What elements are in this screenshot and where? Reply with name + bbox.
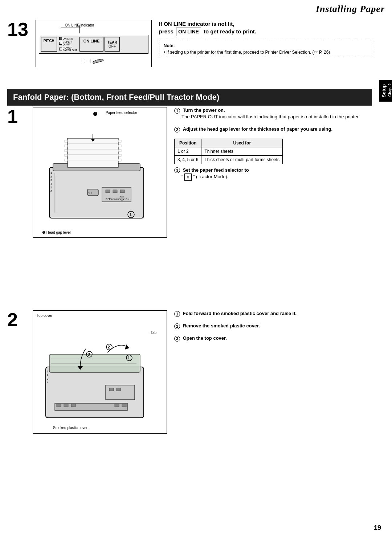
- off-label: OFF: [109, 44, 116, 48]
- svg-text:ON: ON: [126, 198, 130, 200]
- svg-rect-13: [118, 145, 121, 147]
- s2-step3-bold: Open the top cover.: [183, 335, 227, 341]
- note-bullet-text: If setting up the printer for the first …: [166, 50, 330, 55]
- step-2-number: 2: [7, 310, 25, 434]
- svg-text:3: 3: [88, 352, 90, 356]
- svg-rect-62: [115, 404, 119, 407]
- svg-text:3: 3: [50, 179, 52, 182]
- lever-shape: [92, 58, 103, 64]
- page-title: Installing Paper: [316, 4, 385, 15]
- svg-text:2: 2: [47, 373, 49, 377]
- power-led: [59, 48, 62, 50]
- paper-feed-label: Paper feed selector: [106, 110, 137, 115]
- svg-rect-63: [122, 404, 126, 407]
- svg-rect-10: [65, 154, 68, 156]
- s2-num-3: 3: [174, 336, 180, 342]
- top-cover-label: Top cover: [37, 314, 52, 318]
- power-label: POWERPAPER OUT: [63, 46, 77, 52]
- s2-instruction-item-2: 2 Remove the smoked plastic cover.: [174, 323, 372, 329]
- step1-bold: Turn the power on.: [183, 107, 225, 113]
- table-row: 3, 4, 5 or 6 Thick sheets or multi-part …: [175, 155, 283, 164]
- table-cell-pos1: 1 or 2: [175, 147, 201, 155]
- svg-text:c  1: c 1: [89, 191, 92, 194]
- svg-rect-16: [118, 159, 121, 161]
- num-3: 3: [174, 167, 180, 173]
- svg-text:2: 2: [108, 345, 110, 349]
- s2-step2-bold: Remove the smoked plastic cover.: [183, 323, 260, 328]
- paper-feed-label-text: Paper feed selector: [106, 111, 137, 115]
- svg-rect-21: [113, 190, 117, 193]
- svg-rect-22: [120, 190, 124, 193]
- circle-2-bottom: ❷: [42, 230, 45, 234]
- section-1: 1 Paper feed selector ❸: [7, 107, 372, 238]
- svg-text:2: 2: [50, 175, 52, 178]
- super-quiet-label: SUPERQUIET: [63, 41, 72, 46]
- svg-text:1: 1: [47, 370, 49, 373]
- svg-rect-8: [65, 145, 68, 147]
- section-13-diagram: ON LINE indicator PITCH ON LINE SUPERQUI…: [36, 20, 152, 67]
- step-1-number: 1: [7, 107, 25, 238]
- tractor-mode-icon: ⊞: [184, 173, 192, 181]
- chapter-number: Chap. 2: [388, 83, 392, 97]
- svg-text:OFF: OFF: [106, 198, 111, 200]
- num-1: 1: [174, 108, 180, 114]
- section-13-instructions: If ON LINE indicator is not lit, press O…: [159, 20, 372, 67]
- svg-text:3: 3: [47, 377, 49, 380]
- table-cell-use2: Thick sheets or multi-part forms sheets: [201, 155, 283, 164]
- svg-text:1: 1: [130, 213, 132, 217]
- s2-step1-bold: Fold forward the smoked plastic cover an…: [183, 311, 297, 316]
- instruction-item-3: 3 Set the paper feed selector to " ⊞ " (…: [174, 167, 372, 181]
- section-2-instructions: 1 Fold forward the smoked plastic cover …: [174, 310, 372, 434]
- online-key-label: ON LINE: [176, 28, 201, 36]
- instruction-item-1: 1 Turn the power on. The PAPER OUT indic…: [174, 107, 372, 120]
- svg-rect-60: [64, 404, 68, 407]
- svg-text:5: 5: [50, 186, 52, 189]
- step3-bold: Set the paper feed selector to: [183, 167, 249, 173]
- table-cell-pos2: 3, 4, 5 or 6: [175, 155, 201, 164]
- section-1-instructions: 1 Turn the power on. The PAPER OUT indic…: [174, 107, 372, 238]
- printer-svg: OFF ON POWER c 1 1 2 3 4 5 6 1: [35, 117, 155, 233]
- step-13-number: 13: [7, 20, 28, 67]
- instr-line2: press: [159, 28, 173, 34]
- svg-rect-20: [106, 190, 110, 193]
- instruction-item-2: 2 Adjust the head gap lever for the thic…: [174, 126, 372, 132]
- section-2: 2 Top cover Tab Smoked plastic cover: [7, 310, 372, 434]
- step1-detail: The PAPER OUT indicator will flash indic…: [174, 114, 360, 120]
- table-cell-use1: Thinner sheets: [201, 147, 283, 155]
- svg-text:6: 6: [50, 189, 52, 193]
- head-gap-label-text: Head gap lever: [46, 230, 71, 234]
- table-header-usedfor: Used for: [201, 139, 283, 147]
- table-header-position: Position: [175, 139, 201, 147]
- svg-rect-12: [118, 140, 121, 142]
- online-indicator-row: ON LINE: [59, 37, 77, 40]
- svg-rect-47: [117, 388, 121, 391]
- panel-indicators: ON LINE SUPERQUIET POWERPAPER OUT: [59, 37, 77, 52]
- svg-text:4: 4: [50, 182, 52, 185]
- chapter-tab: Setup Chap. 2: [379, 80, 392, 102]
- s2-instruction-item-1: 1 Fold forward the smoked plastic cover …: [174, 310, 372, 317]
- printer-panel: PITCH ON LINE SUPERQUIET POWERPAPER OUT …: [39, 35, 148, 54]
- bottom-controls: [84, 59, 103, 63]
- printer-open-svg: 1 2 3 4 3 2 1: [35, 320, 155, 429]
- svg-rect-14: [118, 150, 121, 152]
- svg-rect-11: [65, 159, 68, 161]
- svg-rect-59: [57, 404, 61, 407]
- power-paper-row: POWERPAPER OUT: [59, 46, 77, 52]
- arrow-line: [61, 28, 81, 28]
- svg-rect-2: [68, 138, 118, 167]
- tear-off-button: TEAR OFF: [105, 37, 119, 52]
- online-ind-label: ON LINE: [63, 37, 73, 40]
- svg-rect-46: [109, 388, 114, 391]
- svg-rect-9: [65, 150, 68, 152]
- svg-marker-43: [125, 344, 129, 350]
- page-number: 19: [374, 524, 381, 532]
- instr-line3: to get ready to print.: [204, 28, 256, 34]
- super-quiet-led: [59, 42, 62, 45]
- s2-num-2: 2: [174, 323, 180, 329]
- svg-text:1: 1: [50, 171, 52, 175]
- svg-text:1: 1: [128, 356, 130, 360]
- position-table: Position Used for 1 or 2 Thinner sheets …: [174, 139, 283, 164]
- svg-rect-61: [71, 404, 75, 407]
- svg-text:POWER: POWER: [111, 198, 119, 200]
- section-13: 13 ON LINE indicator PITCH ON LINE SUPER…: [7, 20, 372, 67]
